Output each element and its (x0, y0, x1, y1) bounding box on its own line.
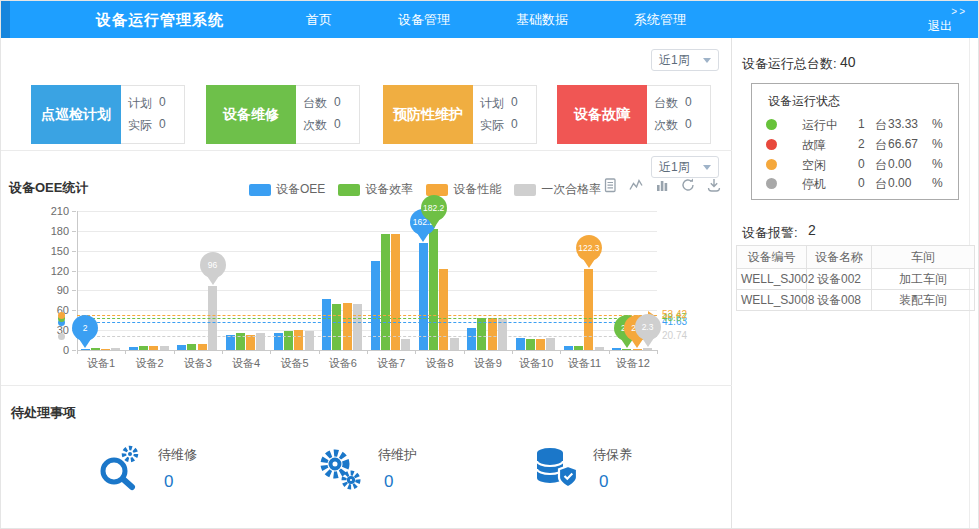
alarm-table-row[interactable]: WELL_SJ008设备008装配车间 (737, 290, 975, 311)
alarm-table-row[interactable]: WELL_SJ002设备002加工车间 (737, 269, 975, 290)
legend-item[interactable]: 设备OEE (249, 181, 325, 198)
nav-item-1[interactable]: 设备管理 (398, 1, 450, 38)
status-count: 0 (858, 157, 865, 171)
kpi-card-row: 实际0 (480, 117, 536, 134)
kpi-card[interactable]: 预防性维护计划0实际0 (383, 85, 537, 144)
gridline (77, 231, 657, 232)
status-percent-sign: % (932, 137, 943, 151)
kpi-row-value: 0 (511, 95, 518, 112)
x-axis-tick (415, 350, 416, 354)
status-row-运行中: 运行中1台33.33% (752, 116, 958, 134)
alarm-table-cell: 装配车间 (872, 290, 975, 311)
pending-text: 待保养0 (593, 444, 632, 492)
pending-item-待保养[interactable]: 待保养0 (531, 444, 632, 492)
bar-设备性能 (198, 344, 207, 350)
cards-period-select[interactable]: 近1周 (651, 49, 719, 71)
markpoint-pin: 122.3 (576, 235, 602, 261)
average-markline (77, 322, 657, 323)
kpi-row-label: 台数 (303, 95, 327, 112)
kpi-card[interactable]: 点巡检计划计划0实际0 (31, 85, 185, 144)
pending-item-待维护[interactable]: 待维护0 (316, 444, 417, 492)
x-axis-category-label: 设备5 (270, 356, 320, 371)
status-unit: 台 (875, 137, 887, 154)
pending-value: 0 (164, 472, 197, 492)
bar-设备效率 (526, 339, 535, 350)
alarm-table-cell: 设备008 (807, 290, 872, 311)
status-dot (766, 139, 777, 150)
bar-设备OEE (612, 348, 621, 350)
x-axis-tick (657, 350, 658, 354)
chart-period-select[interactable]: 近1周 (651, 156, 719, 178)
kpi-row-value: 0 (685, 95, 692, 112)
status-percent: 0.00 (888, 157, 911, 171)
bar-设备性能 (246, 335, 255, 350)
maintenance-gears-icon (316, 444, 364, 492)
bar-设备效率 (284, 331, 293, 350)
line-chart-icon[interactable] (628, 177, 644, 193)
bar-设备OEE (129, 347, 138, 350)
kpi-card-info: 计划0实际0 (121, 85, 185, 144)
kpi-card[interactable]: 设备维修台数0次数0 (206, 85, 360, 144)
kpi-row-value: 0 (334, 117, 341, 134)
alarm-label: 设备报警: (742, 224, 798, 242)
x-axis-tick (560, 350, 561, 354)
alarm-table-header: 车间 (872, 246, 975, 269)
alarm-table-header: 设备编号 (737, 246, 807, 269)
kpi-row-label: 实际 (128, 117, 152, 134)
bar-设备效率 (187, 344, 196, 350)
bar-设备OEE (564, 346, 573, 350)
legend-item[interactable]: 设备效率 (338, 181, 413, 198)
markpoint-pin: 182.2 (421, 195, 447, 221)
bar-设备性能 (149, 346, 158, 350)
legend-color-chip (338, 184, 360, 196)
legend-label: 设备性能 (453, 181, 501, 198)
average-markline-label: 53.42 (662, 309, 687, 320)
legend-color-chip (249, 184, 271, 196)
kpi-row-label: 次数 (303, 117, 327, 134)
x-axis-tick (367, 350, 368, 354)
bar-设备性能 (584, 269, 593, 350)
pending-item-待维修[interactable]: 待维修0 (96, 444, 197, 492)
kpi-row-label: 计划 (128, 95, 152, 112)
markpoint-pin-tip (642, 338, 654, 347)
kpi-row-value: 0 (685, 117, 692, 134)
download-icon[interactable] (706, 177, 722, 193)
alarm-table-cell: 加工车间 (872, 269, 975, 290)
average-markline-label: 20.74 (662, 330, 687, 341)
markpoint-pin-tip (583, 259, 595, 268)
expand-arrows-icon[interactable]: >> (951, 6, 967, 17)
bar-一次合格率 (595, 347, 604, 350)
status-label: 运行中 (802, 117, 838, 134)
chart-period-value: 近1周 (659, 159, 690, 176)
status-count: 2 (858, 137, 865, 151)
nav-left-accent (1, 1, 10, 38)
bar-设备OEE (322, 299, 331, 350)
restore-icon[interactable] (680, 177, 696, 193)
kpi-card-row: 次数0 (303, 117, 359, 134)
markpoint-pin-tip (79, 339, 91, 348)
gridline (77, 211, 657, 212)
markpoint-pin-tip (207, 276, 219, 285)
legend-item[interactable]: 一次合格率 (514, 181, 601, 198)
nav-item-2[interactable]: 基础数据 (516, 1, 568, 38)
status-unit: 台 (875, 157, 887, 174)
markpoint-pin: 96 (200, 252, 226, 278)
alarm-table-cell: WELL_SJ002 (737, 269, 807, 290)
kpi-card[interactable]: 设备故障台数0次数0 (557, 85, 711, 144)
bar-设备性能 (439, 269, 448, 350)
kpi-row-label: 次数 (654, 117, 678, 134)
logout-button[interactable]: 退出 (928, 18, 952, 35)
bar-chart-icon[interactable] (654, 177, 670, 193)
bar-设备性能 (343, 303, 352, 350)
x-axis-tick (512, 350, 513, 354)
status-row-停机: 停机0台0.00% (752, 175, 958, 193)
bar-一次合格率 (546, 338, 555, 350)
kpi-card-title: 设备故障 (557, 85, 647, 144)
status-unit: 台 (875, 117, 887, 134)
data-view-icon[interactable] (602, 177, 618, 193)
device-status-box: 设备运行状态 运行中1台33.33%故障2台66.67%空闲0台0.00%停机0… (751, 83, 959, 200)
kpi-card-info: 计划0实际0 (473, 85, 537, 144)
alarm-table-header: 设备名称 (807, 246, 872, 269)
nav-item-0[interactable]: 首页 (306, 1, 332, 38)
nav-item-3[interactable]: 系统管理 (634, 1, 686, 38)
